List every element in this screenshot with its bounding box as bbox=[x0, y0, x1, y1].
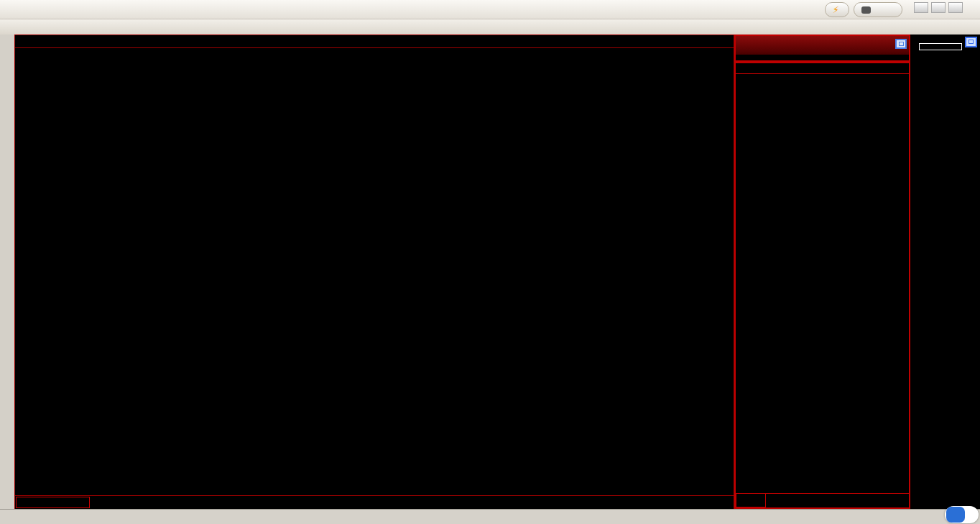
strip-restore-icon[interactable] bbox=[965, 37, 977, 47]
lightning-icon: ⚡ bbox=[833, 4, 839, 15]
minimize-button[interactable] bbox=[914, 2, 928, 13]
speech-bubble-icon bbox=[861, 6, 871, 14]
quote-panel bbox=[734, 35, 910, 509]
ime-logo[interactable] bbox=[946, 507, 965, 523]
menu-bar: ⚡ bbox=[0, 0, 980, 19]
chart-titlebar bbox=[15, 35, 734, 48]
chart-body[interactable] bbox=[15, 48, 734, 495]
quote-tabbar bbox=[736, 493, 909, 507]
buy-sell-ratio-bar bbox=[736, 55, 909, 61]
status-bar bbox=[0, 509, 980, 524]
toolbar bbox=[0, 19, 980, 35]
date-axis bbox=[15, 495, 734, 509]
trade-button[interactable]: ⚡ bbox=[825, 2, 849, 17]
consult-button[interactable] bbox=[854, 2, 902, 17]
kline-chart-canvas[interactable] bbox=[15, 48, 734, 495]
tab-tick[interactable] bbox=[736, 494, 766, 507]
close-button[interactable] bbox=[948, 2, 963, 13]
period-tab-label[interactable] bbox=[16, 497, 90, 508]
right-strip bbox=[910, 35, 980, 509]
hint-box bbox=[919, 43, 962, 50]
maximize-button[interactable] bbox=[931, 2, 946, 13]
panel-restore-icon[interactable] bbox=[895, 39, 907, 49]
trading-terminal-window: ⚡ bbox=[0, 0, 980, 524]
chart-region bbox=[14, 35, 734, 509]
ime-toolbar bbox=[945, 506, 979, 523]
workspace bbox=[0, 35, 980, 509]
left-sidebar bbox=[0, 35, 14, 509]
tick-table-header bbox=[736, 63, 909, 74]
quote-title bbox=[736, 36, 909, 55]
